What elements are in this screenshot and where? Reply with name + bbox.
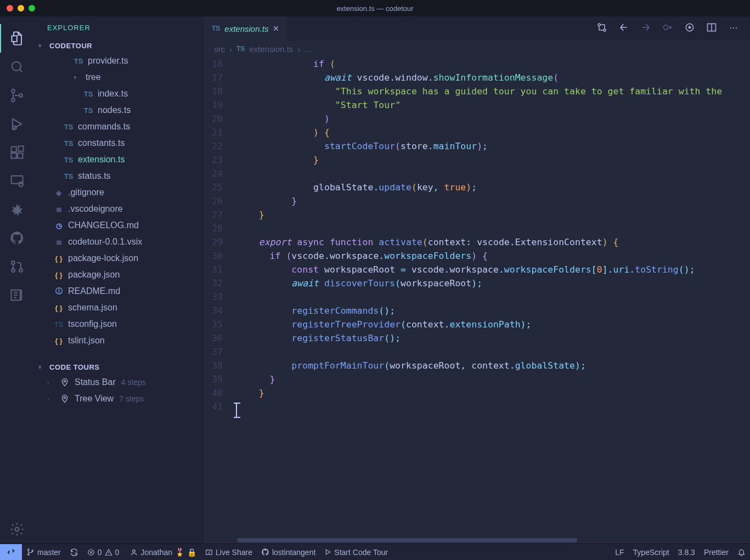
more-actions-icon[interactable]: ··· (728, 22, 739, 36)
code-line[interactable]: 35 · registerTreeProvider(context.extens… (204, 318, 750, 331)
file-nodes-ts[interactable]: TSnodes.ts (42, 102, 204, 118)
tours-section-label: CODE TOURS (49, 363, 99, 371)
activity-debug-icon[interactable] (0, 110, 34, 138)
svg-point-13 (19, 269, 22, 272)
tab-extension-ts[interactable]: TS extension.ts ✕ (204, 16, 287, 41)
breadcrumb-part[interactable]: src (214, 44, 225, 54)
code-line[interactable]: 17 · · await vscode.window.showInformati… (204, 71, 750, 84)
code-line[interactable]: 19 · · · "Start Tour" (204, 98, 750, 112)
notifications-button[interactable] (733, 544, 750, 561)
activity-codetours-icon[interactable] (0, 281, 34, 309)
file-package-json[interactable]: { }package.json (42, 267, 204, 283)
code-line[interactable]: 18 · · · "This workspace has a guided to… (204, 84, 750, 98)
ts-version-button[interactable]: 3.8.3 (674, 544, 700, 561)
activity-settings-icon[interactable] (0, 515, 34, 544)
target-icon[interactable] (684, 22, 695, 36)
file-package-lock-json[interactable]: { }package-lock.json (42, 250, 204, 267)
liveshare-user-button[interactable]: Jonathan 🎖️ 🔒 (126, 544, 201, 561)
code-line[interactable]: 40 } (204, 386, 750, 400)
code-line[interactable]: 30 if (vscode.workspace.workspaceFolders… (204, 249, 750, 263)
tab-close-icon[interactable]: ✕ (273, 24, 279, 33)
activity-pr-icon[interactable] (0, 252, 34, 281)
file-tsconfig-json[interactable]: TStsconfig.json (42, 316, 204, 332)
user-label: Jonathan (140, 548, 172, 557)
code-line[interactable]: 21 · · ) { (204, 126, 750, 139)
code-line[interactable]: 29 export async function activate(contex… (204, 235, 750, 249)
github-account-button[interactable]: lostintangent (257, 544, 320, 561)
file-tree[interactable]: ▾tree (42, 69, 204, 86)
activity-liveshare-icon[interactable] (0, 195, 34, 224)
window-close-button[interactable] (7, 5, 13, 12)
code-line[interactable]: 24 (204, 167, 750, 180)
code-line[interactable]: 22 · · startCodeTour(store.mainTour); (204, 139, 750, 153)
tour-item[interactable]: ›Status Bar 4 steps (34, 374, 204, 391)
activity-remote-icon[interactable] (0, 167, 34, 195)
file-README-md[interactable]: ⓘREADME.md (42, 283, 204, 299)
code-line[interactable]: 41 (204, 400, 750, 414)
scrollbar-thumb[interactable] (237, 538, 577, 542)
problems-button[interactable]: 0 0 (83, 544, 124, 561)
git-branch-button[interactable]: master (22, 544, 65, 561)
prettier-button[interactable]: Prettier (700, 544, 733, 561)
code-line[interactable]: 27 } (204, 208, 750, 222)
horizontal-scrollbar[interactable] (204, 537, 750, 544)
file-tslint-json[interactable]: { }tslint.json (42, 332, 204, 349)
file-index-ts[interactable]: TSindex.ts (42, 86, 204, 102)
language-button[interactable]: TypeScript (629, 544, 674, 561)
activity-github-icon[interactable] (0, 224, 34, 252)
code-line[interactable]: 20 · · ) (204, 112, 750, 126)
code-line[interactable]: 39 } (204, 372, 750, 386)
code-line[interactable]: 26 · } (204, 194, 750, 208)
window-zoom-button[interactable] (29, 5, 35, 12)
eol-button[interactable]: LF (611, 544, 628, 561)
code-line[interactable]: 16 · · if ( (204, 57, 750, 71)
start-codetour-button[interactable]: Start Code Tour (320, 544, 392, 561)
code-editor[interactable]: 16 · · if (17 · · await vscode.window.sh… (204, 57, 750, 537)
file--gitignore[interactable]: ◈.gitignore (42, 184, 204, 201)
file-CHANGELOG-md[interactable]: ◷CHANGELOG.md (42, 217, 204, 234)
file-schema-json[interactable]: { }schema.json (42, 299, 204, 316)
circle-right-icon[interactable] (662, 22, 673, 36)
file-provider-ts[interactable]: TSprovider.ts (42, 53, 204, 69)
code-line[interactable]: 37 (204, 345, 750, 359)
file--vscodeignore[interactable]: ≣.vscodeignore (42, 201, 204, 217)
tour-item[interactable]: ›Tree View 7 steps (34, 391, 204, 407)
activity-explorer-icon[interactable] (0, 24, 34, 53)
file-extension-ts[interactable]: TSextension.ts (42, 151, 204, 168)
file-codetour-0-0-1-vsix[interactable]: ≣codetour-0.0.1.vsix (42, 234, 204, 250)
file-status-ts[interactable]: TSstatus.ts (42, 168, 204, 184)
code-line[interactable]: 36 · registerStatusBar(); (204, 331, 750, 345)
code-line[interactable]: 23 · · } (204, 153, 750, 167)
ts-icon: TS (236, 45, 245, 53)
svg-rect-7 (18, 153, 22, 158)
file-constants-ts[interactable]: TSconstants.ts (42, 135, 204, 151)
breadcrumb-part[interactable]: extension.ts (249, 44, 293, 54)
code-line[interactable]: 34 · registerCommands(); (204, 304, 750, 318)
go-forward-icon[interactable] (640, 22, 651, 36)
breadcrumb-part[interactable]: ... (304, 44, 312, 54)
code-line[interactable]: 33 (204, 290, 750, 304)
code-line[interactable]: 25 · · globalState.update(key, true); (204, 180, 750, 194)
traffic-lights (7, 5, 35, 12)
code-line[interactable]: 31 · const workspaceRoot = vscode.worksp… (204, 263, 750, 276)
code-line[interactable]: 32 · await discoverTours(workspaceRoot); (204, 276, 750, 290)
window-minimize-button[interactable] (18, 5, 24, 12)
split-editor-icon[interactable] (706, 22, 717, 36)
tours-section-header[interactable]: ▾ CODE TOURS (34, 360, 204, 374)
code-line[interactable]: 28 (204, 222, 750, 235)
svg-point-24 (28, 549, 30, 551)
activity-extensions-icon[interactable] (0, 138, 34, 167)
breadcrumb[interactable]: src › TS extension.ts › ... (204, 41, 750, 57)
activity-search-icon[interactable] (0, 53, 34, 81)
sync-button[interactable] (65, 544, 83, 561)
compare-changes-icon[interactable] (596, 22, 607, 36)
explorer-section-header[interactable]: ▾ CODETOUR (34, 38, 204, 53)
go-back-icon[interactable] (618, 22, 629, 36)
sidebar: EXPLORER ▾ CODETOUR TSprovider.ts▾treeTS… (34, 16, 204, 544)
activity-scm-icon[interactable] (0, 81, 34, 110)
code-line[interactable]: 38 · promptForMainTour(workspaceRoot, co… (204, 359, 750, 372)
remote-button[interactable] (0, 544, 22, 561)
svg-point-25 (28, 554, 30, 556)
file-commands-ts[interactable]: TScommands.ts (42, 118, 204, 135)
liveshare-button[interactable]: Live Share (201, 544, 257, 561)
